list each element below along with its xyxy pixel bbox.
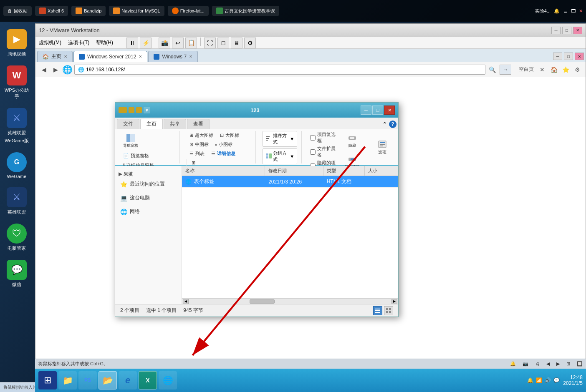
desktop-icon-pcmgr[interactable]: 🛡 电脑管家 <box>4 224 29 251</box>
taskbar-item-bandizip[interactable]: Bandizip <box>71 6 106 16</box>
dropdown-icon[interactable]: ▼ <box>144 107 150 113</box>
checkbox-item-select[interactable]: 项目复选框 <box>308 131 338 144</box>
tab-win2012[interactable]: Windows Server 2012 ✕ <box>73 51 147 62</box>
hide-selected-btn[interactable]: 隐藏 <box>342 131 363 151</box>
explorer-restore-btn[interactable]: □ <box>372 106 383 115</box>
nav-item-network[interactable]: 🌐 网络 <box>115 206 182 217</box>
preview-pane-btn[interactable]: 📄 预览窗格 <box>120 151 157 160</box>
vmware-menu-vm[interactable]: 虚拟机(M) <box>39 39 61 46</box>
ie-forward-btn[interactable]: ▶ <box>51 65 61 75</box>
nav-header-recent[interactable]: ▶ 果填 <box>115 169 182 179</box>
desktop-icon-wegame[interactable]: G WeGame <box>4 152 29 179</box>
ribbon-tab-view[interactable]: 查看 <box>187 119 210 129</box>
group-by-btn[interactable]: 分组方式 ▼ <box>263 148 298 164</box>
small-icon-btn[interactable]: ▪ 小图标 <box>212 140 235 149</box>
vm-tabs: 🏠 主页 ✕ Windows Server 2012 ✕ Windows 7 ✕… <box>35 49 586 62</box>
desktop-icon-tencent[interactable]: ▶ 腾讯视频 <box>4 29 29 57</box>
explorer-minimize-btn[interactable]: ─ <box>361 106 371 115</box>
scroll-right-btn[interactable]: ▶ <box>392 299 397 304</box>
large-icon-btn[interactable]: ⊡ 大图标 <box>217 131 242 140</box>
file-ext-checkbox[interactable] <box>310 149 316 155</box>
ie-settings-gear[interactable]: ⚙ <box>572 65 582 75</box>
details-btn[interactable]: ☰ 详细信息 <box>208 149 238 158</box>
ie-tab-close[interactable]: ✕ <box>537 65 547 75</box>
scroll-thumb[interactable] <box>250 299 275 304</box>
file-row-biaoge[interactable]: 🌐 表个标签 2021/1/3 20:26 HTML 文档 <box>182 176 398 188</box>
ie-go-btn[interactable]: → <box>500 65 511 75</box>
nav-item-recent[interactable]: ⭐ 最近访问的位置 <box>115 179 182 189</box>
vmware-menu-tabs[interactable]: 选项卡(T) <box>68 39 89 46</box>
desktop-icon-wps[interactable]: W WPS办公助手 <box>4 65 29 100</box>
unity-btn[interactable]: □ <box>217 38 229 48</box>
ie-back-btn[interactable]: ◀ <box>39 65 49 75</box>
checkbox-file-ext[interactable]: 文件扩展名 <box>308 145 338 158</box>
taskbar-item-xshell[interactable]: Xshell 6 <box>35 6 68 16</box>
vm-inner-minimize[interactable]: ─ <box>553 53 562 60</box>
vmware-menu-help[interactable]: 帮助(H) <box>96 39 113 46</box>
status-icon-view[interactable] <box>384 306 393 315</box>
status-detail-view[interactable] <box>373 306 382 315</box>
list-btn[interactable]: ☰ 列表 <box>187 149 207 158</box>
ribbon-collapse-icon[interactable]: ⌃ <box>382 121 387 128</box>
ribbon-tab-home[interactable]: 主页 <box>140 119 163 129</box>
col-header-name[interactable]: 名称 <box>182 166 265 176</box>
vmware-close-btn[interactable]: ✕ <box>573 27 582 34</box>
restore-btn[interactable]: ↩ <box>172 38 184 48</box>
tab-home-close[interactable]: ✕ <box>64 54 67 59</box>
folder-options-btn[interactable]: 选项 <box>374 137 391 157</box>
taskbar-item-navicat[interactable]: Navicat for MySQL <box>109 6 164 16</box>
nav-item-pc[interactable]: 💻 这台电脑 <box>115 193 182 203</box>
ie-address-bar[interactable]: 🌐 192.168.106.128/ <box>74 65 485 75</box>
pause-btn[interactable]: ⏸ <box>126 38 138 48</box>
scroll-track[interactable] <box>189 299 392 304</box>
settings-btn[interactable]: ⚙ <box>244 38 256 48</box>
ie-home-btn[interactable]: 🏠 <box>549 65 559 75</box>
taskbar-item-guwenhua[interactable]: 古典文化国学进警教学课 <box>212 6 279 16</box>
taskbar-item-shoufa[interactable]: 🗑 回收站 <box>3 6 32 16</box>
ctrlaltdel-btn[interactable]: 🖥 <box>231 38 242 48</box>
ribbon-help-icon[interactable]: ? <box>389 121 397 128</box>
vm-inner-restore[interactable]: □ <box>564 53 573 60</box>
extra-large-icon-btn[interactable]: ⊞ 超大图标 <box>187 131 216 140</box>
taskbar-folder-btn[interactable]: 📂 <box>99 371 117 389</box>
ie-favorites-btn[interactable]: ⭐ <box>561 65 571 75</box>
vmware-restore-btn[interactable]: □ <box>562 27 571 34</box>
explorer-close-btn[interactable]: ✕ <box>384 106 395 115</box>
h-scrollbar[interactable]: ◀ ▶ <box>182 298 398 304</box>
minimize-icon[interactable]: 🗕 <box>563 8 568 13</box>
notification-icon[interactable]: 🔔 <box>554 8 560 14</box>
col-header-type[interactable]: 类型 <box>323 166 365 176</box>
tab-win7-close[interactable]: ✕ <box>189 54 192 59</box>
vm-inner-close[interactable]: ✕ <box>575 53 584 60</box>
clone-btn[interactable]: 📋 <box>185 38 197 48</box>
col-header-date[interactable]: 修改日期 <box>265 166 323 176</box>
ie-search-icon[interactable]: 🔍 <box>487 65 497 75</box>
tab-win7[interactable]: Windows 7 ✕ <box>148 51 198 62</box>
taskbar-ps-btn[interactable]: PS <box>78 371 97 389</box>
taskbar-network-btn[interactable]: 🌐 <box>159 371 177 389</box>
item-select-checkbox[interactable] <box>310 135 316 141</box>
full-screen-btn[interactable]: ⛶ <box>204 38 216 48</box>
taskbar-explorer-btn[interactable]: 📁 <box>58 371 77 389</box>
medium-icon-btn[interactable]: ⊡ 中图标 <box>187 140 212 149</box>
start-btn[interactable]: ⊞ <box>38 371 57 389</box>
taskbar-item-firefox[interactable]: Firefox-lat... <box>168 6 209 16</box>
ribbon-tab-file[interactable]: 文件 <box>117 119 139 129</box>
tab-win2012-close[interactable]: ✕ <box>139 54 142 59</box>
col-header-size[interactable]: 大小 <box>365 166 398 176</box>
snapshot-btn[interactable]: 📸 <box>159 38 170 48</box>
desktop-icon-lol[interactable]: ⚔ 英雄联盟 <box>4 187 29 215</box>
tab-home[interactable]: 🏠 主页 ✕ <box>37 51 73 62</box>
desktop-icon-lol-wegame[interactable]: ⚔ 英雄联盟 WeGame版 <box>4 108 29 144</box>
scroll-left-btn[interactable]: ◀ <box>183 299 189 304</box>
maximize-icon[interactable]: 🗖 <box>571 8 576 13</box>
taskbar-ie-btn[interactable]: e <box>119 371 137 389</box>
close-icon[interactable]: ✕ <box>579 8 583 14</box>
nav-pane-btn[interactable]: 导航窗格 <box>120 131 141 151</box>
ribbon-tab-share[interactable]: 共享 <box>164 119 186 129</box>
taskbar-excel-btn[interactable]: X <box>139 371 157 389</box>
power-btn[interactable]: ⚡ <box>140 38 152 48</box>
desktop-icon-weixin[interactable]: 💬 微信 <box>4 260 29 288</box>
vmware-minimize-btn[interactable]: ─ <box>551 27 561 34</box>
sort-by-btn[interactable]: 排序方式 ▼ <box>263 131 298 147</box>
